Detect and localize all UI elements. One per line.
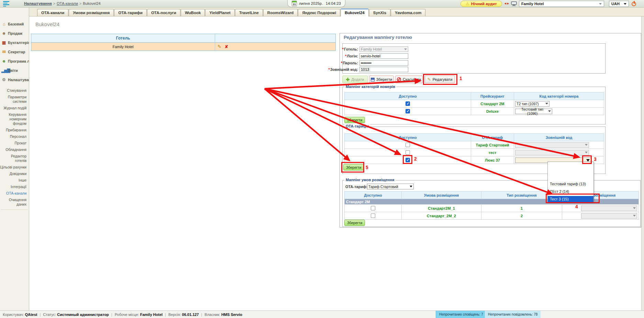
external-code-select[interactable] xyxy=(515,142,589,148)
swap-arrows-icon[interactable]: ◄► xyxy=(504,2,509,5)
tariff-name: Люкс 37 xyxy=(471,156,514,164)
chevron-down-icon xyxy=(633,207,636,210)
sidebar-item-equipment[interactable]: Обладнання xyxy=(0,147,29,152)
sidebar-item-accounting[interactable]: ▦Бухгалтерія xyxy=(0,38,29,47)
password-field[interactable] xyxy=(359,60,408,66)
tariffs-save-button[interactable]: Зберегти xyxy=(343,164,364,171)
sidebar-item-personnel[interactable]: Персонал xyxy=(0,134,29,139)
tab-placement-conditions[interactable]: Умови розміщення xyxy=(69,9,114,16)
tab-synxis[interactable]: SynXis xyxy=(369,9,390,16)
dropdown-option[interactable]: ТЕст 2 (14) xyxy=(548,188,593,195)
chart-icon: ▂▅▇ xyxy=(1,68,7,73)
unread-messages-badge[interactable]: Непрочитаних повідомлень: 78 xyxy=(485,311,541,318)
user-value: QAtest xyxy=(25,312,37,317)
available-checkbox[interactable] xyxy=(406,109,410,113)
categories-legend: Маппінг категорій номерів xyxy=(344,85,397,89)
placement-code-select[interactable] xyxy=(581,206,637,211)
hotels-col-header: Готель xyxy=(31,34,215,42)
external-code-field-label: *Зовнішній код: xyxy=(309,67,358,72)
page-title: Bukovel24 xyxy=(35,21,59,27)
table-row: Стандарт 2М Т2 тип (1097) xyxy=(345,100,604,108)
tab-wubook[interactable]: WuBook xyxy=(181,9,205,16)
currency-select[interactable]: UAH xyxy=(609,1,629,7)
delete-icon[interactable]: ✘ xyxy=(225,44,228,49)
status-label: Статус: xyxy=(43,312,56,317)
sidebar-item-reports[interactable]: ▂▅▇Звіти xyxy=(0,66,29,75)
hotel-field-label: *Готель: xyxy=(309,47,358,51)
status-value: Системный администратор xyxy=(57,312,109,317)
tab-yavdoma[interactable]: Yavdoma.com xyxy=(391,9,425,16)
unread-alerts-badge[interactable]: Непрочитаних сповіщень: 7 xyxy=(436,311,486,318)
sidebar-item-secretary[interactable]: ✉Секретар xyxy=(0,47,29,56)
night-audit-badge[interactable]: ⚠ Нічний аудит xyxy=(460,1,502,7)
tab-ota-tariffs[interactable]: ОТА-тарифи xyxy=(114,9,147,16)
tab-yieldplanet[interactable]: YieldPlanet xyxy=(205,9,235,16)
tab-roomswizard[interactable]: RoomsWizard xyxy=(263,9,298,16)
sidebar-item-sales[interactable]: ☻Продаж xyxy=(0,29,29,38)
tab-yandex[interactable]: Яндекс Подорожі xyxy=(298,9,340,16)
sidebar-item-loyalty[interactable]: ☻Програма ло xyxy=(0,56,29,66)
hotel-row[interactable]: Family Hotel ✎ ✘ xyxy=(31,43,335,51)
room-code-select[interactable]: Тестовий тип (1096) xyxy=(515,109,552,114)
sidebar-item-hotel-editor[interactable]: Редактор готелів xyxy=(0,154,29,163)
login-field[interactable] xyxy=(359,53,408,59)
categories-table: Доступно Прейскурант Код категорії номер… xyxy=(344,92,604,115)
cancel-button[interactable]: Скасувати xyxy=(395,76,423,83)
sidebar-item-event-log[interactable]: Журнал подій xyxy=(0,106,29,110)
power-button[interactable] xyxy=(631,1,637,7)
sidebar-item-target-accounts[interactable]: Цільові рахунки xyxy=(0,165,29,169)
tariff-filter-label: ОТА-тариф: xyxy=(345,185,367,189)
placements-save-button[interactable]: Зберегти xyxy=(344,220,365,226)
sidebar-item-system-params[interactable]: Параметри системи xyxy=(2,95,29,104)
room-code-select[interactable]: Т2 тип (1097) xyxy=(515,101,549,107)
save-button[interactable]: Зберегти xyxy=(369,76,394,83)
breadcrumb-ota-channels[interactable]: ОТА-канали xyxy=(57,1,78,6)
menu-icon[interactable] xyxy=(3,1,11,7)
available-checkbox[interactable] xyxy=(406,143,410,147)
sidebar-item-integrations[interactable]: Інтеграції xyxy=(0,185,29,189)
group-row: Стандарт 2М xyxy=(345,199,639,205)
col-pricelist: Прейскурант xyxy=(471,92,514,100)
dropdown-option[interactable]: Тестовий тариф (13) xyxy=(548,181,593,187)
available-checkbox[interactable] xyxy=(371,213,375,218)
external-code-select[interactable] xyxy=(515,150,589,155)
tab-travelline[interactable]: TravelLine xyxy=(235,9,263,16)
edit-button[interactable]: ✎Редагувати xyxy=(425,76,455,83)
tab-ota-services[interactable]: ОТА-послуги xyxy=(147,9,180,16)
available-checkbox[interactable] xyxy=(406,158,410,162)
sidebar-item-data-cleanup[interactable]: Очищення даних xyxy=(0,198,29,207)
sidebar-item-ota-channels[interactable]: ОТА-канали xyxy=(0,191,29,196)
hotel-select[interactable]: Family Hotel xyxy=(519,1,604,7)
user-label: Користувач: xyxy=(3,312,24,317)
chevron-down-icon xyxy=(585,152,588,155)
add-button[interactable]: ✚Додати xyxy=(342,76,368,83)
categories-save-button[interactable]: Зберегти xyxy=(344,117,365,123)
workplace-label: Робоче місце: xyxy=(115,312,139,317)
calendar-icon: 31 xyxy=(292,1,297,6)
edit-icon[interactable]: ✎ xyxy=(218,44,221,49)
placement-type: 1 xyxy=(481,205,562,212)
sidebar-item-other[interactable]: Інше xyxy=(0,178,29,183)
dropdown-option-selected[interactable]: Тест 3 (15) xyxy=(548,196,593,202)
tariff-filter-select[interactable]: Тариф Стартовий xyxy=(367,184,414,189)
tab-ota-channels[interactable]: ОТА-канали xyxy=(37,9,68,16)
category-name: Стандарт 2М xyxy=(471,100,514,108)
sidebar-item-settings[interactable]: ⚙Налаштуван xyxy=(0,75,29,84)
sidebar-item-docking[interactable]: Стикування xyxy=(0,88,29,93)
available-checkbox[interactable] xyxy=(406,101,410,106)
version-value: 06.01.127 xyxy=(182,312,199,317)
available-checkbox[interactable] xyxy=(371,206,375,210)
sidebar-item-directories[interactable]: Довідники xyxy=(0,172,29,176)
tab-bukovel24[interactable]: Bukovel24 xyxy=(341,9,369,17)
available-checkbox[interactable] xyxy=(406,150,410,155)
datetime-widget[interactable]: 31 липня 2025р.14:04:23 xyxy=(287,0,345,7)
warning-icon: ⚠ xyxy=(466,2,469,6)
external-code-field[interactable] xyxy=(359,67,408,72)
sidebar-item-room-fund[interactable]: Керування номерним фондом xyxy=(0,112,29,126)
sidebar-item-cleaning[interactable]: Прибирання xyxy=(0,128,29,132)
sidebar-item-basic[interactable]: ⌂Базовий xyxy=(0,19,29,29)
breadcrumb-settings[interactable]: Налаштування xyxy=(24,1,52,6)
sidebar-item-rental[interactable]: Прокат xyxy=(0,141,29,145)
placement-code-select[interactable] xyxy=(581,213,637,219)
hotel-field-select[interactable]: Family Hotel xyxy=(359,46,408,52)
